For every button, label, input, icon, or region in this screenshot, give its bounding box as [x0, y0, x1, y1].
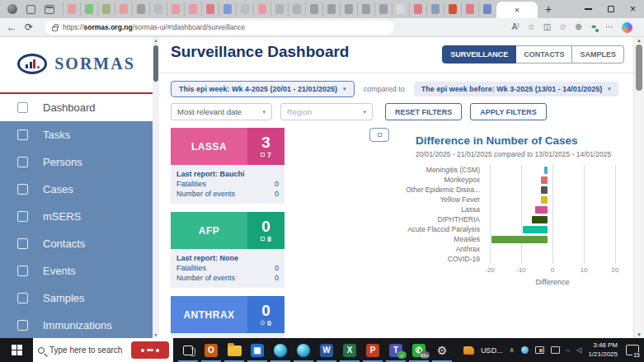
bar-diphtheria[interactable]: [532, 216, 548, 223]
pinned-tab[interactable]: [80, 2, 97, 16]
back-icon[interactable]: ←: [7, 22, 16, 32]
pinned-tab[interactable]: [236, 2, 253, 16]
pinned-tab[interactable]: [461, 2, 478, 16]
scroll-down-icon[interactable]: ▼: [634, 332, 644, 337]
disease-card-header[interactable]: AFP08: [171, 212, 284, 249]
sidebar-item-events[interactable]: Events: [0, 257, 153, 284]
disease-card-header[interactable]: ANTHRAX00: [171, 296, 284, 333]
pinned-tab[interactable]: [167, 2, 184, 16]
news-badge-icon[interactable]: [131, 341, 169, 359]
outlook-icon[interactable]: O: [200, 338, 223, 362]
task-view-icon[interactable]: [176, 338, 200, 362]
pinned-tab[interactable]: [305, 2, 322, 16]
bar-monkeypox[interactable]: [541, 176, 548, 184]
sidebar-item-contacts[interactable]: Contacts: [0, 230, 153, 257]
view-button-contacts[interactable]: CONTACTS: [516, 45, 572, 63]
pinned-tab[interactable]: [219, 2, 236, 16]
pinned-tab[interactable]: [478, 2, 496, 16]
split-screen-icon[interactable]: ◫: [543, 23, 551, 31]
tab-actions-icon[interactable]: [45, 5, 54, 14]
excel-icon[interactable]: X: [338, 338, 361, 362]
disease-card-header[interactable]: LASSA37: [171, 128, 284, 165]
tab-close-icon[interactable]: ×: [515, 6, 519, 15]
hidden-icons-chevron[interactable]: ∧: [510, 346, 515, 354]
pinned-tab[interactable]: [253, 2, 270, 16]
settings-more-icon[interactable]: ⋯: [605, 23, 613, 31]
bar-acute-flaccid-paralysis[interactable]: [523, 226, 548, 233]
pinned-tab[interactable]: [374, 2, 392, 16]
edge-beta-icon[interactable]: [292, 338, 315, 362]
pinned-tab[interactable]: [63, 2, 80, 16]
pinned-tab[interactable]: [115, 2, 132, 16]
read-aloud-icon[interactable]: A⁾: [512, 23, 519, 31]
region-select[interactable]: Region ▾: [280, 103, 373, 120]
pinned-tab[interactable]: [426, 2, 444, 16]
scrollbar-thumb[interactable]: [153, 45, 158, 82]
new-tab-button[interactable]: +: [538, 0, 558, 18]
sidebar-item-dashboard[interactable]: Dashboard: [0, 94, 153, 121]
teams-icon[interactable]: T✓: [384, 338, 407, 362]
scroll-up-icon[interactable]: ▲: [634, 38, 644, 43]
app-scrollbar[interactable]: ▲ ▼: [153, 37, 159, 338]
edge-tray-icon[interactable]: [521, 346, 529, 354]
bar-measles[interactable]: [491, 236, 548, 243]
favorites-bar-icon[interactable]: ☆: [559, 23, 566, 31]
bar-lassa[interactable]: [535, 206, 548, 214]
current-epi-week-dropdown[interactable]: This epi week: Wk 4-2025 (20/01 - 21/01/…: [171, 81, 355, 97]
pinned-tab[interactable]: [322, 2, 340, 16]
browser-essentials-icon[interactable]: ⚭: [590, 23, 597, 31]
settings-icon[interactable]: ⚙: [430, 338, 454, 362]
taskbar-search[interactable]: Type here to search: [33, 338, 173, 362]
word-icon[interactable]: W: [315, 338, 338, 362]
address-bar[interactable]: https://sormas.org.ng/sormas-ui/#!dashbo…: [45, 21, 394, 35]
volume-icon[interactable]: ◁: [576, 346, 581, 354]
pinned-tab[interactable]: [444, 2, 461, 16]
apply-filters-button[interactable]: APPLY FILTERS: [470, 103, 546, 120]
browser-logo-icon[interactable]: [7, 4, 17, 14]
display-tray-icon[interactable]: [535, 346, 544, 354]
edge-icon[interactable]: [269, 338, 292, 362]
scrollbar-thumb[interactable]: [636, 45, 642, 91]
currency-app-icon[interactable]: [463, 346, 474, 355]
file-explorer-icon[interactable]: [223, 338, 246, 362]
sidebar-item-tasks[interactable]: Tasks: [0, 121, 153, 148]
sidebar-item-samples[interactable]: Samples: [0, 284, 153, 312]
reset-filters-button[interactable]: RESET FILTERS: [385, 103, 462, 120]
pinned-tab[interactable]: [201, 2, 219, 16]
powerpoint-icon[interactable]: P: [361, 338, 384, 362]
view-button-samples[interactable]: SAMPLES: [572, 45, 624, 63]
pinned-tab[interactable]: [409, 2, 426, 16]
pinned-tab[interactable]: [392, 2, 409, 16]
clock[interactable]: 3:48 PM 1/21/2025: [588, 341, 618, 359]
sidebar-item-cases[interactable]: Cases: [0, 176, 153, 203]
pinned-tab[interactable]: [288, 2, 305, 16]
store-icon[interactable]: ▦: [246, 338, 269, 362]
pinned-tab[interactable]: [132, 2, 149, 16]
page-scrollbar[interactable]: ▲ ▼: [633, 37, 644, 338]
bar-yellow-fever[interactable]: [541, 196, 548, 204]
pinned-tab[interactable]: [340, 2, 357, 16]
collections-icon[interactable]: ⊕: [575, 23, 581, 31]
copilot-icon[interactable]: [622, 22, 632, 33]
favorite-icon[interactable]: ☆: [528, 23, 535, 31]
start-button[interactable]: [0, 338, 33, 362]
previous-epi-week-dropdown[interactable]: The epi week before: Wk 3-2025 (13/01 - …: [414, 82, 618, 96]
network-icon[interactable]: ⌔: [566, 346, 571, 355]
phone-tray-icon[interactable]: [551, 346, 560, 354]
whatsapp-icon[interactable]: ✆99+: [407, 338, 430, 362]
close-button[interactable]: ×: [622, 0, 644, 18]
bar-other-epidemic-disea-[interactable]: [541, 186, 548, 194]
notification-center-icon[interactable]: 15: [626, 345, 639, 355]
sidebar-item-msers[interactable]: mSERS: [0, 203, 153, 230]
refresh-icon[interactable]: ⟳: [25, 22, 33, 32]
extension-icon[interactable]: [26, 5, 35, 14]
view-button-surveillance[interactable]: SURVEILLANCE: [442, 45, 516, 63]
sidebar-item-persons[interactable]: Persons: [0, 148, 153, 176]
scroll-up-icon[interactable]: ▲: [153, 37, 159, 44]
pinned-tab[interactable]: [357, 2, 374, 16]
minimize-button[interactable]: [577, 0, 599, 18]
date-type-select[interactable]: Most relevant date ▾: [171, 103, 272, 120]
pinned-tab[interactable]: [184, 2, 201, 16]
scroll-down-icon[interactable]: ▼: [153, 331, 159, 338]
bar-meningitis-csm-[interactable]: [544, 167, 548, 174]
